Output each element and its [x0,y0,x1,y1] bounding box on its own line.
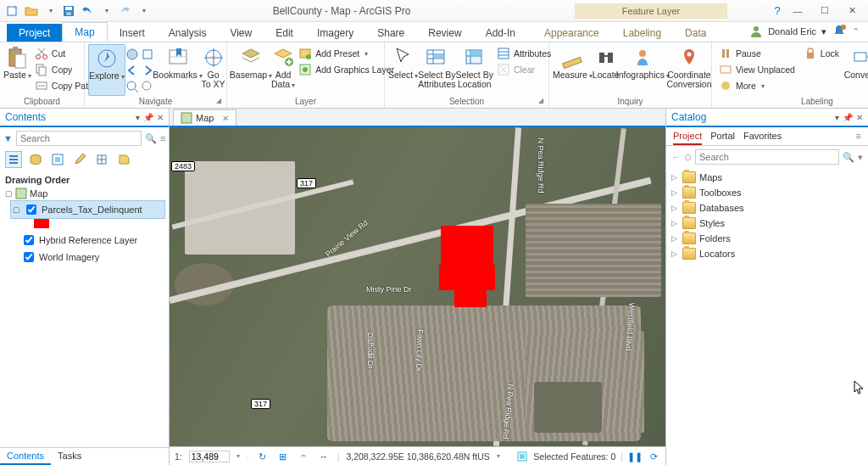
qat-open-icon[interactable] [24,3,39,19]
select-by-location-button[interactable]: Select By Location [456,44,493,96]
map-tab[interactable]: Map✕ [173,109,236,126]
clear-selection-button[interactable]: Clear [493,62,554,77]
add-data-button[interactable]: Add Data [271,44,295,96]
full-extent-icon[interactable] [125,48,139,61]
qat-redo-icon[interactable] [117,3,132,19]
next-extent-icon[interactable] [141,64,154,77]
tab-labeling[interactable]: Labeling [611,24,673,42]
qat-undo-icon[interactable] [80,3,95,19]
fixed-zoom-in-icon[interactable] [141,48,154,61]
prev-extent-icon[interactable] [125,64,139,77]
help-icon[interactable]: ? [770,4,785,17]
lock-labeling-button[interactable]: Lock [800,46,843,61]
selection-launcher-icon[interactable]: ◢ [538,97,543,104]
catalog-item-locators[interactable]: ▷Locators [670,246,865,261]
catalog-search-input[interactable] [695,149,839,165]
layer-hybrid-checkbox[interactable] [24,235,34,245]
pause-drawing-icon[interactable]: ❚❚ [628,450,642,463]
qat-new-project-icon[interactable] [5,3,20,19]
map-view[interactable]: Misty Pine Dr Prairie View Rd N Pea Ridg… [170,127,665,446]
tab-data[interactable]: Data [673,24,718,42]
qat-save-icon[interactable] [61,3,76,19]
labeling-more-button[interactable]: More [715,78,798,93]
list-by-source-icon[interactable] [27,151,44,168]
coordinate-conversion-button[interactable]: Coordinate Conversion [666,44,711,96]
catalog-item-databases[interactable]: ▷Databases [670,200,865,216]
catalog-tab-portal[interactable]: Portal [710,131,735,145]
contents-menu-icon[interactable]: ≡ [160,133,165,143]
add-graphics-layer-button[interactable]: Add Graphics Layer [295,62,398,77]
goto-xy-button[interactable]: Go To XY [202,44,225,96]
tree-layer-hybrid[interactable]: Hybrid Reference Layer [19,232,165,249]
select-by-attributes-button[interactable]: Select By Attributes [418,44,455,96]
measure-button[interactable]: Measure [553,44,593,96]
pane-pin-icon[interactable]: 📌 [143,113,153,122]
qat-undo-dropdown[interactable] [98,3,114,19]
explore-button[interactable]: Explore [88,44,125,96]
tab-share[interactable]: Share [365,24,416,42]
select-button[interactable]: Select [388,44,418,96]
notifications-icon[interactable] [832,24,847,39]
catalog-close-icon[interactable]: ✕ [856,113,863,122]
contents-tab[interactable]: Contents [0,448,51,465]
catalog-search-icon[interactable]: 🔍 [843,152,854,163]
collapse-ribbon-icon[interactable]: ⌃ [852,26,860,37]
catalog-tab-favorites[interactable]: Favorites [743,131,782,145]
maximize-button[interactable]: ☐ [812,3,837,20]
tab-addin[interactable]: Add-In [474,24,527,42]
tree-layer-parcels[interactable]: ▢Parcels_Tax_Delinquent [10,200,165,219]
infographics-button[interactable]: Infographics [619,44,666,96]
view-unplaced-button[interactable]: View Unplaced [715,62,798,77]
qat-customize-dropdown[interactable] [136,3,151,19]
add-preset-button[interactable]: Add Preset [295,46,398,61]
zoom-in-icon[interactable] [125,80,139,93]
catalog-item-toolboxes[interactable]: ▷Toolboxes [670,185,865,200]
layer-parcels-checkbox[interactable] [26,204,36,215]
catalog-tab-project[interactable]: Project [673,131,702,145]
list-by-selection-icon[interactable] [49,151,66,168]
status-constraints-icon[interactable]: ↔ [317,450,331,463]
rotation-icon[interactable]: ↻ [256,450,270,463]
list-by-drawing-order-icon[interactable] [5,151,22,168]
tab-analysis[interactable]: Analysis [157,24,219,42]
list-by-editing-icon[interactable] [71,151,88,168]
minimize-button[interactable]: — [785,3,810,20]
convert-labels-button[interactable]: Convert [843,44,868,96]
navigate-launcher-icon[interactable]: ◢ [216,97,221,104]
tab-imagery[interactable]: Imagery [305,24,365,42]
status-grid-icon[interactable]: ⊞ [276,450,290,463]
refresh-icon[interactable]: ⟳ [647,450,660,463]
catalog-pin-icon[interactable]: 📌 [843,113,853,122]
contents-search-input[interactable] [16,131,142,146]
locate-button[interactable]: Locate [593,44,620,96]
catalog-menu-icon[interactable]: ▾ [835,113,839,122]
signed-in-user[interactable]: Donald Eric ▾ ⌃ [749,24,860,39]
catalog-hamburger-icon[interactable]: ≡ [856,131,861,145]
basemap-button[interactable]: Basemap [231,44,271,96]
paste-button[interactable]: Paste [3,44,31,96]
search-icon[interactable]: 🔍 [145,133,157,144]
close-map-tab-icon[interactable]: ✕ [222,114,229,123]
list-by-snapping-icon[interactable] [93,151,110,168]
tab-project[interactable]: Project [7,24,62,42]
tab-edit[interactable]: Edit [264,24,305,42]
scale-input[interactable] [189,451,230,462]
catalog-back-icon[interactable]: ← [671,152,681,162]
tab-map[interactable]: Map [62,22,107,42]
bookmarks-button[interactable]: Bookmarks [154,44,202,96]
catalog-search-menu-icon[interactable]: ▾ [858,152,863,163]
tab-review[interactable]: Review [416,24,473,42]
tree-map-root[interactable]: ▢Map [3,187,165,200]
tab-insert[interactable]: Insert [108,24,157,42]
layer-imagery-checkbox[interactable] [24,252,34,262]
pause-labeling-button[interactable]: Pause [715,46,798,61]
close-button[interactable]: ✕ [839,3,865,20]
attributes-button[interactable]: Attributes [493,46,554,61]
tab-view[interactable]: View [218,24,264,42]
catalog-home-icon[interactable]: ⊙ [684,152,692,163]
zoom-out-icon[interactable] [141,80,154,93]
tree-layer-imagery[interactable]: World Imagery [19,249,165,266]
status-snap-icon[interactable]: 𝄐 [297,450,310,463]
pane-close-icon[interactable]: ✕ [157,113,164,122]
list-by-labeling-icon[interactable] [115,151,132,168]
